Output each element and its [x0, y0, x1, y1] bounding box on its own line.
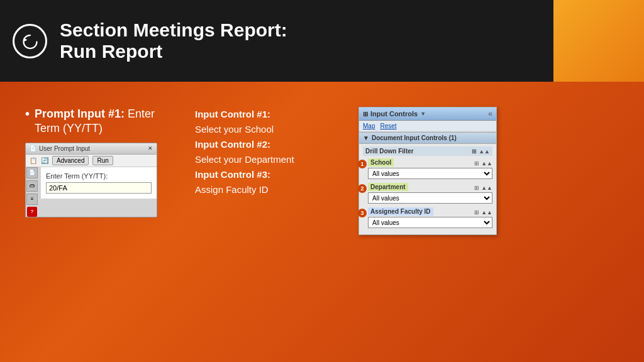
prompt-icon: 📄 — [30, 145, 36, 151]
right-section: ⊞ Input Controls ▼ « Map Reset ▼ Documen… — [358, 107, 619, 235]
middle-section: Input Control #1: Select your School Inp… — [195, 107, 340, 235]
control-row-2: Department ⊞ ▲▲ — [368, 183, 492, 192]
badge-2: 2 — [358, 184, 367, 193]
reset-link[interactable]: Reset — [380, 123, 396, 129]
school-icon2: ▲▲ — [481, 160, 492, 167]
input-controls-panel: ⊞ Input Controls ▼ « Map Reset ▼ Documen… — [358, 107, 497, 235]
orange-decoration — [553, 0, 644, 82]
control-row-1: School ⊞ ▲▲ — [368, 158, 492, 168]
sidebar-icon-1: 📄 — [26, 167, 38, 178]
prompt-field-label: Enter Term (YY/TT): — [46, 172, 152, 180]
control-group-3: 3 Assigned Faculty ID ⊞ ▲▲ All values — [363, 207, 492, 228]
control3-value: Assign Faculty ID — [195, 184, 269, 195]
badge-1: 1 — [358, 160, 367, 168]
control-row-3: Assigned Faculty ID ⊞ ▲▲ — [368, 207, 492, 217]
section-header-text: Document Input Controls (1) — [372, 134, 457, 141]
control-group-1: 1 School ⊞ ▲▲ All values — [363, 158, 492, 179]
control2-value: Select your Department — [195, 154, 294, 165]
prompt-sidebar-icon2: 🔄 — [41, 157, 48, 164]
prompt-toolbar: 📋 🔄 Advanced Run — [26, 155, 157, 167]
map-link[interactable]: Map — [363, 123, 375, 129]
faculty-id-label: Assigned Faculty ID — [368, 207, 433, 216]
filter-icons: ⊞ ▲▲ — [472, 148, 490, 155]
help-badge: ? — [27, 207, 37, 217]
drill-down-filter-header: Drill Down Filter ⊞ ▲▲ — [363, 146, 492, 156]
sidebar-icon-2: 🗃 — [26, 180, 38, 192]
ic-title: ⊞ Input Controls ▼ — [363, 110, 426, 118]
panel-icon: ⊞ — [363, 111, 368, 118]
prompt-screenshot: 📄 User Prompt Input ✕ 📋 🔄 Advanced Run 📄… — [25, 143, 157, 217]
drill-down-label: Drill Down Filter — [365, 148, 414, 155]
dept-icon2: ▲▲ — [481, 185, 492, 191]
dept-icon1: ⊞ — [474, 185, 479, 191]
ic-toolbar: Map Reset — [359, 121, 496, 132]
faculty-select[interactable]: All values — [368, 217, 492, 228]
left-section: • Prompt Input #1: Enter Term (YY/TT) 📄 … — [25, 107, 176, 235]
prompt-sidebar: 📄 🗃 ≡ ? — [26, 167, 38, 217]
page-title-line2: Run Report — [60, 41, 287, 62]
ic-section-header: ▼ Document Input Controls (1) — [359, 132, 496, 144]
undo-icon — [21, 31, 40, 50]
main-content: • Prompt Input #1: Enter Term (YY/TT) 📄 … — [0, 88, 644, 254]
control2-label: Input Control #2: — [195, 139, 270, 150]
page-title-line1: Section Meetings Report: — [60, 19, 287, 41]
prompt-body: Enter Term (YY/TT): — [41, 167, 157, 199]
prompt-content-row: 📄 🗃 ≡ ? Enter Term (YY/TT): — [26, 167, 157, 217]
faculty-icons: ⊞ ▲▲ — [474, 209, 492, 216]
input-controls-instructions: Input Control #1: Select your School Inp… — [195, 107, 340, 197]
bullet-dot: • — [25, 107, 30, 136]
department-label: Department — [368, 183, 408, 191]
section-chevron: ▼ — [363, 134, 369, 141]
advanced-button[interactable]: Advanced — [52, 156, 89, 165]
department-select[interactable]: All values — [368, 192, 492, 204]
dropdown-icon: ▼ — [420, 111, 426, 117]
svg-marker-0 — [23, 38, 27, 42]
bullet-item: • Prompt Input #1: Enter Term (YY/TT) — [25, 107, 176, 136]
prompt-title: Prompt Input #1: — [35, 107, 125, 120]
prompt-titlebar: 📄 User Prompt Input ✕ — [26, 143, 157, 155]
control1-label: Input Control #1: — [195, 109, 270, 119]
school-select[interactable]: All values — [368, 168, 492, 179]
control3-label: Input Control #3: — [195, 169, 270, 180]
run-button[interactable]: Run — [92, 156, 113, 165]
header-text: Section Meetings Report: Run Report — [60, 19, 287, 62]
department-icons: ⊞ ▲▲ — [474, 185, 492, 191]
sidebar-icon-3: ≡ — [26, 194, 38, 205]
control1-value: Select your School — [195, 124, 274, 134]
faculty-icon1: ⊞ — [474, 209, 479, 216]
ic-body: Drill Down Filter ⊞ ▲▲ 1 School ⊞ ▲▲ — [359, 144, 496, 234]
school-label: School — [368, 158, 394, 167]
close-icon: ✕ — [148, 145, 153, 151]
ic-title-text: Input Controls — [370, 110, 418, 118]
collapse-icon[interactable]: « — [488, 109, 492, 118]
prompt-window-title: User Prompt Input — [39, 145, 90, 152]
prompt-sidebar-icon1: 📋 — [30, 157, 37, 164]
school-icons: ⊞ ▲▲ — [474, 160, 492, 167]
badge-3: 3 — [358, 209, 367, 217]
filter-icon1: ⊞ — [472, 148, 477, 155]
filter-icon2: ▲▲ — [479, 148, 490, 155]
term-input[interactable] — [46, 182, 152, 194]
control-group-2: 2 Department ⊞ ▲▲ All values — [363, 183, 492, 204]
school-icon1: ⊞ — [474, 160, 479, 167]
header-icon — [13, 24, 47, 58]
header-bar: Section Meetings Report: Run Report — [0, 0, 553, 82]
prompt-description: Prompt Input #1: Enter Term (YY/TT) — [35, 107, 176, 136]
ic-titlebar: ⊞ Input Controls ▼ « — [359, 107, 496, 121]
faculty-icon2: ▲▲ — [481, 209, 492, 216]
